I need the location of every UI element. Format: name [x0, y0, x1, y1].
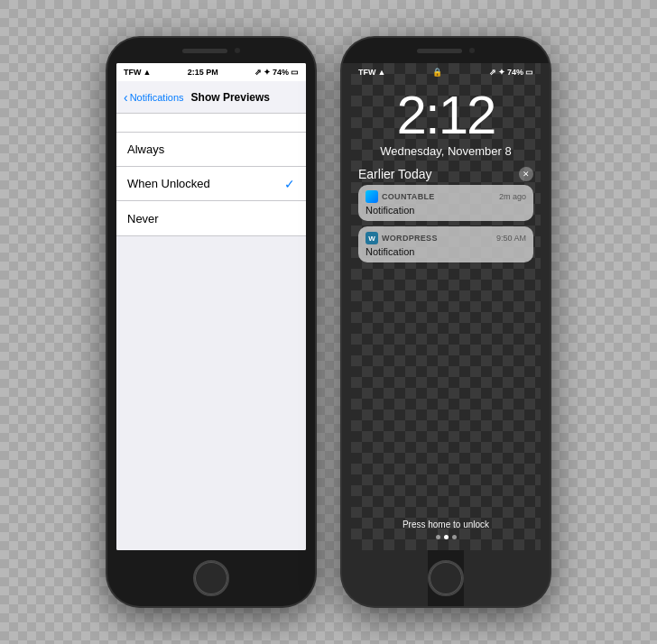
camera-2 [469, 48, 475, 53]
speaker [182, 49, 227, 53]
page-dots [351, 535, 541, 539]
back-chevron-icon: ‹ [124, 91, 128, 104]
earlier-title: Earlier Today [358, 167, 431, 181]
notification-card-wordpress[interactable]: W WORDPRESS 9:50 AM Notification [358, 226, 533, 262]
when-unlocked-label: When Unlocked [127, 177, 210, 190]
press-home-text: Press home to unlock [351, 520, 541, 529]
always-label: Always [127, 143, 164, 156]
lock-carrier: TFW [358, 68, 376, 77]
status-left: TFW ▲ [124, 68, 151, 77]
lock-status-left: TFW ▲ [358, 68, 385, 77]
phone-bottom [193, 550, 229, 606]
checkmark-icon: ✓ [284, 177, 295, 191]
phone-top-bar-2 [342, 38, 550, 63]
notif-top-countable: COUNTABLE 2m ago [366, 190, 526, 203]
lock-battery-icon: ▭ [525, 68, 533, 77]
notif-app-row-countable: COUNTABLE [366, 190, 435, 203]
camera [235, 48, 240, 53]
countable-time: 2m ago [499, 192, 526, 201]
close-earlier-button[interactable]: ✕ [519, 167, 533, 181]
lock-battery-text: 74% [507, 68, 523, 77]
battery-text: 74% [273, 68, 289, 77]
wifi-icon: ▲ [143, 68, 152, 77]
carrier-text: TFW [124, 68, 142, 77]
notif-app-row-wordpress: W WORDPRESS [366, 232, 438, 244]
dot-1 [436, 535, 440, 539]
back-button[interactable]: ‹ Notifications [124, 91, 184, 104]
wordpress-time: 9:50 AM [496, 234, 526, 243]
countable-app-name: COUNTABLE [382, 192, 435, 201]
notif-top-wordpress: W WORDPRESS 9:50 AM [366, 232, 526, 244]
dot-3 [452, 535, 457, 539]
earlier-header: Earlier Today ✕ [358, 167, 533, 181]
never-row[interactable]: Never [116, 201, 306, 235]
bt-icon: ✦ [264, 68, 271, 77]
nav-title: Show Previews [191, 91, 270, 104]
lock-date: Wednesday, November 8 [351, 144, 541, 158]
preview-options-section: Always When Unlocked ✓ Never [116, 132, 306, 236]
notification-card-countable[interactable]: COUNTABLE 2m ago Notification [358, 185, 533, 221]
home-button-2[interactable] [428, 560, 464, 596]
battery-icon: ▭ [291, 68, 299, 77]
lock-icon: 🔒 [432, 68, 442, 77]
lock-nav-icon: ⇗ [489, 68, 496, 77]
always-row[interactable]: Always [116, 133, 306, 167]
status-time: 2:15 PM [188, 68, 218, 77]
lock-wifi-icon: ▲ [378, 68, 386, 77]
settings-content: Always When Unlocked ✓ Never [116, 132, 306, 550]
lock-status-right: ⇗ ✦ 74% ▭ [489, 68, 533, 77]
lock-time-display: 2:12 Wednesday, November 8 [351, 81, 541, 158]
countable-message: Notification [366, 205, 526, 216]
settings-screen: TFW ▲ 2:15 PM ⇗ ✦ 74% ▭ ‹ Notifications … [116, 63, 306, 550]
wordpress-message: Notification [366, 246, 526, 257]
wordpress-app-name: WORDPRESS [382, 234, 438, 243]
speaker-2 [417, 49, 462, 53]
phone-top-bar [107, 38, 315, 63]
never-label: Never [127, 212, 159, 225]
lock-screen-area: TFW ▲ 🔒 ⇗ ✦ 74% ▭ 2:12 Wednesday, Novemb… [351, 63, 541, 550]
lock-clock: 2:12 [351, 88, 541, 143]
lock-status-bar: TFW ▲ 🔒 ⇗ ✦ 74% ▭ [351, 63, 541, 81]
lock-status-center: 🔒 [432, 68, 442, 77]
lock-bt-icon: ✦ [498, 68, 505, 77]
home-button[interactable] [193, 560, 229, 596]
back-label: Notifications [130, 92, 184, 103]
countable-app-icon [366, 190, 378, 203]
status-right: ⇗ ✦ 74% ▭ [254, 68, 299, 77]
status-bar: TFW ▲ 2:15 PM ⇗ ✦ 74% ▭ [116, 63, 306, 81]
lock-bottom: Press home to unlock [351, 520, 541, 550]
phone-1: TFW ▲ 2:15 PM ⇗ ✦ 74% ▭ ‹ Notifications … [107, 38, 315, 606]
phone-bottom-2 [428, 550, 464, 606]
nav-bar: ‹ Notifications Show Previews [116, 81, 306, 114]
wordpress-app-icon: W [366, 232, 378, 244]
nav-icon: ⇗ [254, 68, 262, 77]
earlier-today-section: Earlier Today ✕ COUNTABLE 2m ago Notific… [358, 167, 533, 262]
when-unlocked-row[interactable]: When Unlocked ✓ [116, 167, 306, 201]
phone-2: TFW ▲ 🔒 ⇗ ✦ 74% ▭ 2:12 Wednesday, Novemb… [342, 38, 550, 606]
dot-2 [444, 535, 449, 539]
